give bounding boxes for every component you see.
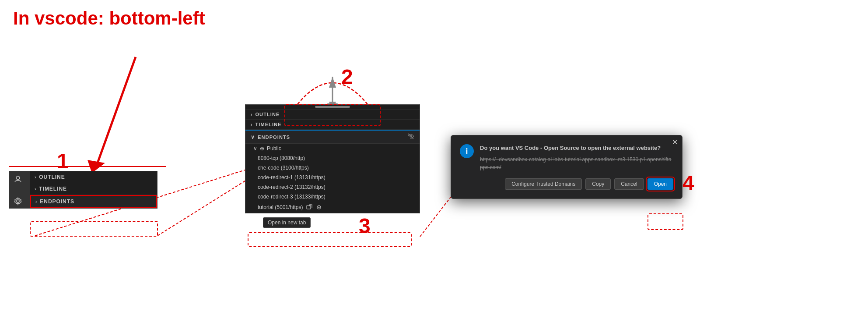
timeline-row-panel1[interactable]: › TIMELINE	[30, 183, 157, 195]
settings-icon[interactable]	[13, 198, 23, 208]
panel-2-endpoints: › OUTLINE › TIMELINE ∨ ENDPOINTS ∨ ⊕	[245, 104, 420, 213]
preview-icon[interactable]	[315, 203, 323, 211]
endpoints-section-header[interactable]: ∨ ENDPOINTS	[245, 130, 420, 144]
svg-point-16	[318, 207, 320, 208]
number-label-1: 1	[57, 149, 69, 173]
info-icon: i	[460, 144, 474, 158]
modal-url: https:// -devsandbox-catalog-ai-labs-tut…	[480, 156, 673, 171]
svg-point-11	[17, 200, 19, 202]
svg-marker-7	[329, 77, 336, 88]
annotation-title: In vscode: bottom-left	[13, 8, 205, 29]
endpoint-name-3: code-redirect-2 (13132/https)	[258, 184, 326, 190]
open-in-new-tab-tooltip: Open in new tab	[263, 217, 311, 228]
no-forward-icon[interactable]	[407, 133, 414, 141]
timeline-section-header[interactable]: › TIMELINE	[245, 120, 420, 130]
resize-handle	[315, 106, 350, 108]
endpoint-item-3[interactable]: code-redirect-2 (13132/https)	[245, 182, 420, 192]
svg-rect-13	[307, 206, 311, 209]
outline-label-panel1: OUTLINE	[39, 174, 65, 180]
endpoints-label-panel1: ENDPOINTS	[40, 198, 74, 205]
outline-label-panel2: OUTLINE	[255, 112, 280, 117]
open-browser-icon[interactable]	[305, 203, 313, 211]
chevron-outline-icon: ›	[251, 112, 252, 117]
svg-point-10	[16, 176, 20, 180]
tutorial-highlight-box	[248, 232, 412, 247]
endpoint-item-tutorial[interactable]: tutorial (5001/https) Open in new tab	[245, 202, 420, 213]
timeline-label-panel1: TIMELINE	[39, 186, 67, 192]
copy-button[interactable]: Copy	[585, 178, 611, 190]
cancel-button[interactable]: Cancel	[614, 178, 644, 190]
chevron-public-icon: ∨	[253, 145, 257, 152]
chevron-endpoints-icon: ∨	[251, 134, 255, 140]
annotations-svg	[0, 0, 868, 326]
timeline-label-panel2: TIMELINE	[255, 122, 281, 127]
modal-text: Do you want VS Code - Open Source to ope…	[480, 144, 673, 171]
endpoint-name-1: che-code (3100/https)	[258, 165, 309, 171]
account-icon[interactable]	[13, 174, 23, 184]
endpoint-item-1[interactable]: che-code (3100/https)	[245, 163, 420, 173]
outline-section-header[interactable]: › OUTLINE	[245, 110, 420, 120]
resize-handle-area[interactable]	[245, 105, 420, 110]
endpoint-name-2: code-redirect-1 (13131/https)	[258, 174, 326, 181]
public-label: Public	[267, 145, 281, 152]
endpoint-name-4: code-redirect-3 (13133/https)	[258, 194, 326, 200]
outline-row-panel1[interactable]: › OUTLINE	[30, 171, 157, 183]
public-group-header[interactable]: ∨ ⊕ Public	[245, 144, 420, 153]
chevron-right-icon: ›	[35, 175, 36, 180]
number-label-2: 2	[341, 65, 353, 89]
open-button[interactable]: Open	[648, 178, 673, 190]
endpoint-name-tutorial: tutorial (5001/https)	[258, 204, 303, 210]
endpoint-item-4[interactable]: code-redirect-3 (13133/https)	[245, 192, 420, 202]
globe-icon: ⊕	[260, 145, 264, 152]
endpoint-item-0[interactable]: 8080-tcp (8080/http)	[245, 153, 420, 163]
svg-line-9	[420, 197, 451, 237]
number-label-3: 3	[359, 214, 371, 238]
modal-close-button[interactable]: ✕	[672, 139, 678, 146]
svg-line-0	[96, 57, 136, 167]
chevron-timeline-icon: ›	[251, 122, 252, 127]
open-button-highlight-box	[648, 213, 683, 230]
modal-actions: Configure Trusted Domains Copy Cancel Op…	[460, 178, 673, 190]
modal-dialog: ✕ i Do you want VS Code - Open Source to…	[451, 135, 682, 199]
chevron-right-icon-3: ›	[35, 199, 37, 204]
number-label-4: 4	[682, 171, 694, 195]
chevron-right-icon-2: ›	[35, 187, 36, 191]
modal-title: Do you want VS Code - Open Source to ope…	[480, 144, 673, 152]
panel-1-vscode-sidebar: › OUTLINE › TIMELINE › ENDPOINTS	[9, 171, 158, 209]
configure-trusted-domains-button[interactable]: Configure Trusted Domains	[505, 178, 582, 190]
endpoints-label-panel2: ENDPOINTS	[258, 135, 290, 140]
endpoint-name-0: 8080-tcp (8080/http)	[258, 155, 305, 161]
tutorial-action-icons	[305, 203, 323, 211]
endpoint-item-2[interactable]: code-redirect-1 (13131/https)	[245, 173, 420, 182]
modal-body: i Do you want VS Code - Open Source to o…	[460, 144, 673, 171]
endpoints-row-panel1[interactable]: › ENDPOINTS	[30, 195, 157, 208]
endpoints-highlight-box-panel1	[30, 221, 158, 237]
